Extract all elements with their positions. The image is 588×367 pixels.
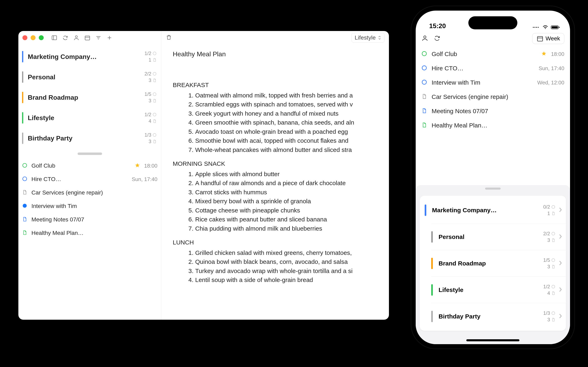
task-bullet-icon [421, 65, 427, 72]
status-icons [532, 25, 560, 30]
phone-refresh-button[interactable] [434, 35, 441, 42]
task-name: Meeting Notes 07/07 [31, 216, 157, 223]
note-list-item: Oatmeal with almond milk, topped with fr… [195, 91, 378, 100]
note-section-heading: BREAKFAST [173, 81, 378, 89]
sheet-drag-handle[interactable] [485, 188, 501, 190]
phone-account-button[interactable] [421, 35, 428, 42]
svg-point-31 [552, 206, 555, 209]
list-color-stripe [22, 133, 23, 144]
sidebar-list-item[interactable]: Personal 2/2 3 [21, 67, 159, 87]
phone-list-item[interactable]: Personal 2/2 3 [431, 224, 566, 250]
svg-point-16 [23, 177, 27, 181]
task-name: Car Services (engine repair) [432, 93, 564, 100]
close-window-button[interactable] [22, 35, 27, 40]
svg-point-19 [535, 27, 535, 28]
phone-task-row[interactable]: Healthy Meal Plan… [421, 118, 564, 133]
iphone-frame: 15:20 Week Golf Club 18:00 [411, 6, 575, 349]
note-list-item: Quinoa bowl with black beans, corn, avoc… [195, 257, 378, 267]
toggle-sidebar-button[interactable] [50, 34, 58, 42]
list-color-stripe [22, 51, 23, 62]
svg-point-18 [533, 27, 534, 28]
note-list-item: Apple slices with almond butter [195, 170, 378, 179]
home-indicator[interactable] [466, 339, 519, 341]
fullscreen-window-button[interactable] [39, 35, 44, 40]
window-controls [22, 35, 44, 40]
task-name: Meeting Notes 07/07 [432, 108, 564, 115]
phone-task-row[interactable]: Car Services (engine repair) [421, 90, 564, 104]
sidebar-list-item[interactable]: Birthday Party 1/3 3 [21, 128, 159, 149]
list-name: Personal [439, 234, 543, 240]
svg-point-33 [552, 259, 555, 262]
sidebar-list-item[interactable]: Brand Roadmap 1/5 3 [21, 87, 159, 108]
chevron-right-icon [559, 234, 562, 240]
updown-icon [378, 35, 381, 40]
phone-list-item[interactable]: Lifestyle 1/2 4 [431, 276, 566, 303]
add-button[interactable] [105, 34, 113, 42]
wifi-icon [542, 25, 548, 30]
note-section-list: Apple slices with almond butterA handful… [173, 170, 378, 233]
list-meta: 1/3 3 [145, 132, 156, 144]
phone-task-row[interactable]: Interview with Tim Wed, 12:00 [421, 75, 564, 90]
task-time: Wed, 12:00 [537, 80, 564, 86]
svg-point-35 [552, 312, 555, 315]
phone-task-row[interactable]: Golf Club 18:00 [421, 47, 564, 61]
split-drag-handle[interactable] [78, 152, 102, 155]
note-list-item: Cottage cheese with pineapple chunks [195, 206, 378, 215]
mac-window: Marketing Company… 1/2 1 Personal 2/2 3 … [18, 31, 389, 320]
task-row[interactable]: Car Services (engine repair) [22, 186, 157, 200]
task-row[interactable]: Golf Club 18:00 [22, 159, 157, 173]
task-bullet-icon [22, 217, 27, 223]
filter-button[interactable] [94, 34, 103, 42]
note-body[interactable]: Healthy Meal Plan BREAKFAST Oatmeal with… [161, 44, 389, 290]
list-color-stripe [431, 231, 433, 243]
note-list-item: Rice cakes with peanut butter and sliced… [195, 215, 378, 224]
calendar-button[interactable] [83, 34, 91, 42]
note-toolbar: Lifestyle [161, 31, 389, 44]
sidebar-list-item[interactable]: Marketing Company… 1/2 1 [21, 47, 159, 67]
view-mode-label: Week [545, 35, 560, 42]
phone-task-row[interactable]: Hire CTO… Sun, 17:40 [421, 61, 564, 75]
note-list-item: Smoothie bowl with acai, topped with coc… [195, 136, 378, 145]
phone-list-item[interactable]: Marketing Company… 0/2 1 [420, 197, 566, 224]
svg-point-25 [424, 36, 426, 38]
svg-point-34 [552, 285, 555, 288]
phone-task-row[interactable]: Meeting Notes 07/07 [421, 104, 564, 118]
tag-select[interactable]: Lifestyle [352, 33, 384, 43]
list-name: Marketing Company… [432, 207, 543, 214]
task-bullet-icon [22, 163, 27, 169]
minimize-window-button[interactable] [31, 35, 35, 40]
account-button[interactable] [72, 34, 80, 42]
list-name: Brand Roadmap [28, 94, 145, 101]
phone-list-item[interactable]: Birthday Party 1/3 3 [431, 303, 566, 329]
phone-topbar: Week [416, 31, 570, 46]
chevron-right-icon [559, 260, 562, 267]
task-row[interactable]: Healthy Meal Plan… [22, 226, 157, 240]
delete-note-button[interactable] [166, 34, 172, 41]
sidebar-list-item[interactable]: Lifestyle 1/2 4 [21, 108, 159, 128]
note-section-heading: LUNCH [173, 238, 378, 247]
star-icon [541, 51, 546, 57]
list-name: Lifestyle [28, 114, 145, 122]
task-row[interactable]: Interview with Tim [22, 200, 157, 213]
list-color-stripe [431, 284, 433, 296]
list-name: Birthday Party [439, 313, 543, 320]
task-row[interactable]: Meeting Notes 07/07 [22, 213, 157, 226]
list-name: Marketing Company… [28, 53, 145, 60]
task-row[interactable]: Hire CTO… Sun, 17:40 [22, 173, 157, 186]
refresh-button[interactable] [61, 34, 69, 42]
chevron-right-icon [559, 287, 562, 293]
svg-point-15 [23, 163, 27, 167]
svg-point-28 [422, 52, 426, 56]
task-time: Sun, 17:40 [132, 176, 157, 183]
list-meta: 0/2 1 [543, 204, 555, 216]
view-mode-button[interactable]: Week [532, 33, 564, 44]
phone-list-item[interactable]: Brand Roadmap 1/5 3 [431, 250, 566, 276]
note-list-item: A handful of raw almonds and a piece of … [195, 179, 378, 188]
svg-point-29 [422, 66, 426, 70]
list-meta: 1/3 3 [543, 310, 555, 323]
note-list-item: Green smoothie with spinach, banana, chi… [195, 118, 378, 127]
svg-rect-24 [559, 27, 560, 28]
task-bullet-icon [421, 108, 427, 114]
list-meta: 1/2 4 [543, 284, 555, 296]
note-list-item: Avocado toast on whole-grain bread with … [195, 127, 378, 136]
